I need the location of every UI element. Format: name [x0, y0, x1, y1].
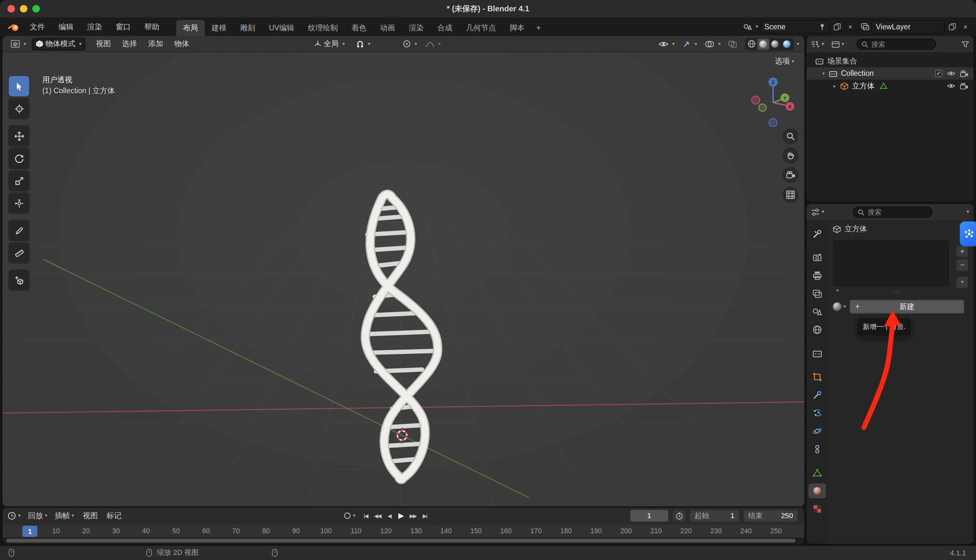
- workspace-tab-1[interactable]: 建模: [205, 20, 234, 36]
- collection-checkbox[interactable]: ✓: [935, 70, 943, 77]
- shading-options-chevron[interactable]: [797, 41, 799, 46]
- tab-particles[interactable]: [809, 405, 826, 420]
- menu-object[interactable]: 物体: [169, 39, 195, 49]
- viewport-3d[interactable]: 物体模式 视图 选择 添加 物体 全局: [3, 36, 804, 507]
- playback-menu[interactable]: 回放: [28, 510, 47, 521]
- shading-material-button[interactable]: [769, 38, 781, 50]
- shading-solid-button[interactable]: [757, 38, 769, 50]
- zoom-view-button[interactable]: [782, 128, 799, 144]
- workspace-tab-4[interactable]: 纹理绘制: [301, 20, 345, 36]
- overlays-dropdown[interactable]: [701, 38, 724, 50]
- tab-view-layer[interactable]: [809, 286, 826, 301]
- floating-blue-badge[interactable]: [960, 222, 976, 247]
- workspace-tab-9[interactable]: 几何节点: [459, 20, 503, 36]
- expander-icon[interactable]: ▸: [832, 83, 838, 88]
- outliner-search-input[interactable]: 搜索: [857, 39, 936, 50]
- orientation-dropdown[interactable]: 全局: [310, 38, 348, 50]
- next-keyframe-button[interactable]: ▶▶: [408, 509, 418, 522]
- keying-menu[interactable]: 插帧: [55, 510, 74, 521]
- workspace-tab-7[interactable]: 渲染: [402, 20, 430, 36]
- material-slot-list[interactable]: [833, 240, 949, 286]
- workspace-tab-0[interactable]: 布局: [176, 20, 205, 36]
- dna-helix-model[interactable]: [336, 187, 473, 492]
- timeline-ruler[interactable]: 1020304050607080901001101201301401501601…: [3, 524, 804, 537]
- menu-add[interactable]: 添加: [143, 39, 169, 49]
- tab-object[interactable]: [809, 370, 826, 385]
- use-preview-range-button[interactable]: [672, 509, 686, 522]
- tool-select-box[interactable]: [9, 76, 29, 97]
- options-dropdown[interactable]: 选项: [775, 56, 794, 67]
- eye-icon[interactable]: [947, 70, 955, 77]
- falloff-dropdown[interactable]: [423, 38, 444, 50]
- remove-viewlayer-button[interactable]: ×: [960, 21, 971, 33]
- camera-view-button[interactable]: [782, 167, 799, 183]
- tool-cursor[interactable]: [9, 98, 29, 119]
- gizmos-dropdown[interactable]: [679, 38, 701, 50]
- prev-keyframe-button[interactable]: ◀◀: [372, 509, 383, 522]
- axis-negy-ball[interactable]: [759, 104, 766, 111]
- remove-slot-button[interactable]: −: [956, 259, 969, 271]
- play-button[interactable]: ▶: [396, 509, 407, 522]
- slot-specials-button[interactable]: [956, 276, 969, 289]
- workspace-tab-3[interactable]: UV编辑: [262, 20, 301, 36]
- tab-collection[interactable]: [809, 346, 826, 361]
- resize-grip[interactable]: ::::: [893, 289, 901, 295]
- playhead[interactable]: 1: [22, 526, 37, 537]
- start-frame-field[interactable]: 起始 1: [690, 509, 739, 522]
- scene-name-field[interactable]: Scene: [760, 20, 830, 33]
- jump-to-end-button[interactable]: ▶|: [420, 509, 430, 522]
- viewlayer-icon[interactable]: [861, 23, 869, 30]
- tab-physics[interactable]: [809, 423, 826, 438]
- tool-transform[interactable]: [9, 193, 29, 213]
- pan-view-button[interactable]: [782, 147, 799, 163]
- tab-constraints[interactable]: [809, 442, 826, 457]
- chevron-down-icon[interactable]: [756, 24, 758, 29]
- menu-select[interactable]: 选择: [117, 39, 143, 49]
- tab-object-data[interactable]: [809, 465, 826, 480]
- outliner-row-scene-collection[interactable]: 场景集合: [807, 55, 973, 67]
- tab-render[interactable]: [809, 250, 826, 265]
- outliner-editor-dropdown[interactable]: [811, 40, 824, 48]
- tab-world[interactable]: [809, 322, 826, 337]
- tool-measure[interactable]: [9, 243, 29, 263]
- jump-to-start-button[interactable]: |◀: [360, 509, 371, 522]
- zoom-window-button[interactable]: [32, 5, 40, 12]
- timeline-editor-dropdown[interactable]: [7, 511, 21, 520]
- outliner-row-collection[interactable]: ▾ Collection ✓: [807, 67, 973, 80]
- minimize-window-button[interactable]: [20, 5, 27, 12]
- tab-tool[interactable]: [809, 227, 826, 241]
- menu-view[interactable]: 视图: [90, 39, 117, 49]
- play-reverse-button[interactable]: ◀: [384, 509, 395, 522]
- shading-wireframe-button[interactable]: [746, 38, 757, 50]
- tab-texture[interactable]: [809, 501, 826, 516]
- view-menu[interactable]: 视图: [83, 510, 98, 521]
- properties-search-input[interactable]: 搜索: [853, 207, 933, 218]
- tab-scene[interactable]: [809, 304, 826, 319]
- properties-editor-dropdown[interactable]: [811, 208, 824, 216]
- scene-icon[interactable]: [743, 23, 752, 30]
- new-material-button[interactable]: + 新建: [850, 300, 964, 313]
- add-workspace-button[interactable]: +: [531, 20, 546, 36]
- xray-toggle[interactable]: [725, 38, 740, 50]
- autokey-toggle[interactable]: [344, 512, 356, 519]
- menu-window[interactable]: 窗口: [109, 17, 137, 36]
- unlink-scene-button[interactable]: ×: [845, 21, 856, 33]
- workspace-tab-8[interactable]: 合成: [430, 20, 459, 36]
- filter-icon[interactable]: [962, 41, 969, 47]
- eye-icon[interactable]: [947, 83, 955, 89]
- tool-rotate[interactable]: [9, 148, 29, 169]
- marker-menu[interactable]: 标记: [107, 510, 121, 521]
- timeline-scrollbar[interactable]: [6, 539, 795, 543]
- shading-rendered-button[interactable]: [781, 38, 793, 50]
- tool-annotate[interactable]: [9, 220, 29, 241]
- timeline-scroll-track[interactable]: [3, 537, 804, 543]
- new-scene-button[interactable]: [832, 21, 843, 33]
- add-viewlayer-button[interactable]: [947, 21, 958, 33]
- navigation-gizmo[interactable]: Z Y X: [749, 75, 797, 127]
- add-slot-button[interactable]: +: [956, 245, 969, 258]
- breadcrumb-label[interactable]: 立方体: [845, 224, 867, 235]
- workspace-tab-5[interactable]: 着色: [345, 20, 374, 36]
- menu-help[interactable]: 帮助: [137, 17, 166, 36]
- toggle-ortho-button[interactable]: [782, 187, 799, 203]
- axis-negx-ball[interactable]: [752, 96, 760, 104]
